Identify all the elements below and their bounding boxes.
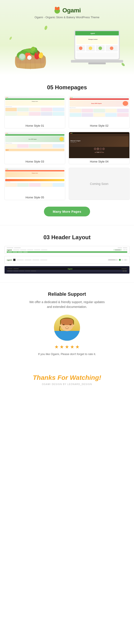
thanks-title: Thanks For Watching! — [4, 374, 130, 381]
homepage-card-5-image: Orange Lemon Offers Featured Product — [5, 168, 65, 194]
homepage-card-3-image: Juice 100% Organic Featured Product $49.… — [5, 132, 65, 158]
svg-rect-43 — [71, 60, 123, 62]
home-mockup-3: Juice 100% Organic Featured Product $49.… — [5, 132, 65, 158]
svg-text:Orange Lemon: Orange Lemon — [88, 39, 98, 40]
home-mockup-1: Orange Lemon Featured Product — [5, 96, 65, 122]
support-title: Reliable Support — [4, 291, 130, 297]
header3-logo: Ogami — [68, 268, 72, 270]
support-description: We offer a dedicated & friendly support,… — [4, 300, 130, 310]
header2-logo: ogami — [7, 259, 12, 261]
homepage-card-2-image: Spray 100% Organic Natural Product — [69, 96, 129, 122]
svg-point-39 — [89, 46, 92, 50]
svg-point-40 — [98, 46, 102, 50]
coming-soon-text: Coming Soon — [90, 182, 108, 186]
homepage-card-1-label: Home Style 01 — [5, 122, 65, 128]
logo: Ogami — [4, 6, 130, 14]
star-3: ★ — [65, 344, 69, 350]
header-layout-section: 03 Header Layout ogami — [0, 225, 134, 282]
svg-rect-44 — [88, 62, 106, 64]
homepage-card-1-image: Orange Lemon Featured Product — [5, 96, 65, 122]
svg-point-27 — [20, 54, 25, 59]
header-layout-title: 03 Header Layout — [4, 234, 130, 241]
avatar — [54, 314, 80, 341]
star-5: ★ — [75, 344, 80, 350]
homepages-section: 05 Homepages Orange Lemon Featured Produ… — [0, 76, 134, 225]
coming-soon-card: Coming Soon — [69, 168, 130, 200]
thanks-section: Thanks For Watching! OGAMI DESIGN BY LEO… — [0, 370, 134, 390]
header-layout-1: ogami — [4, 246, 130, 254]
support-section: Reliable Support We offer a dedicated & … — [0, 283, 134, 370]
hero-section: Ogami Ogami - Organic Store & Bakery Wor… — [0, 0, 134, 76]
svg-rect-30 — [75, 31, 119, 36]
homepage-grid: Orange Lemon Featured Product — [4, 96, 130, 200]
home-mockup-4: Welcome To Ogami Fresh Organic Food Deli… — [69, 132, 129, 158]
veggie-basket — [9, 26, 52, 71]
homepage-card-2[interactable]: Spray 100% Organic Natural Product — [69, 96, 130, 128]
homepages-title: 05 Homepages — [4, 84, 130, 91]
logo-icon — [53, 6, 61, 14]
rate-text: If you like Ogami, Please don't forget t… — [4, 352, 130, 356]
laptop-svg: ogami Orange Lemon — [71, 29, 123, 66]
hero-illustration: ogami Orange Lemon — [4, 23, 130, 71]
homepage-card-5[interactable]: Orange Lemon Offers Featured Product Hom… — [4, 168, 65, 200]
star-1: ★ — [54, 344, 59, 350]
thanks-sub: OGAMI DESIGN BY LEONARD_DESIGN — [4, 383, 130, 386]
svg-rect-42 — [76, 52, 118, 58]
header-layout-2: ogami 0 — [4, 256, 130, 264]
many-more-button[interactable]: Many More Pages — [44, 207, 90, 216]
svg-rect-21 — [37, 52, 37, 54]
header-layout-3: Ogami — [4, 266, 130, 274]
star-4: ★ — [70, 344, 74, 350]
homepage-card-3-label: Home Style 03 — [5, 158, 65, 164]
svg-point-38 — [79, 46, 82, 50]
svg-rect-32 — [76, 36, 118, 44]
hero-tagline: Ogami - Organic Store & Bakery WordPress… — [4, 16, 130, 19]
support-avatar-container — [54, 314, 80, 341]
header1-logo: ogami — [7, 249, 12, 251]
homepage-card-3[interactable]: Juice 100% Organic Featured Product $49.… — [4, 132, 65, 164]
stars-container: ★ ★ ★ ★ ★ — [4, 344, 130, 350]
homepage-card-1[interactable]: Orange Lemon Featured Product — [4, 96, 65, 128]
homepage-card-2-label: Home Style 02 — [69, 122, 129, 128]
homepage-card-5-label: Home Style 05 — [5, 194, 65, 200]
basket-svg — [9, 26, 52, 71]
header-layouts-container: ogami — [4, 246, 130, 274]
homepage-card-4[interactable]: Welcome To Ogami Fresh Organic Food Deli… — [69, 132, 130, 164]
home-mockup-5: Orange Lemon Offers Featured Product — [5, 168, 65, 194]
svg-point-41 — [110, 46, 113, 50]
homepage-card-4-image: Welcome To Ogami Fresh Organic Food Deli… — [69, 132, 129, 158]
svg-text:ogami: ogami — [90, 32, 95, 34]
star-2: ★ — [60, 344, 64, 350]
homepage-card-4-label: Home Style 04 — [69, 158, 129, 164]
svg-point-19 — [31, 47, 36, 51]
brand-name: Ogami — [62, 7, 81, 14]
laptop-mockup: ogami Orange Lemon — [71, 29, 123, 67]
home-mockup-2: Spray 100% Organic Natural Product — [69, 96, 129, 122]
svg-point-25 — [28, 56, 31, 60]
